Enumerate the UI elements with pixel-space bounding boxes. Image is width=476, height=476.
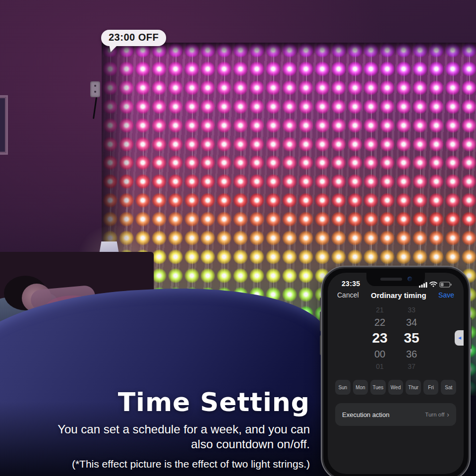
wifi-icon bbox=[429, 282, 437, 288]
status-icons bbox=[419, 282, 452, 288]
minute-option: 33 bbox=[400, 304, 423, 315]
hour-option: 01 bbox=[368, 361, 392, 372]
picture-frame bbox=[0, 95, 8, 155]
day-button-thur[interactable]: Thur bbox=[406, 380, 421, 395]
weekday-selector: Sun Mon Tues Wed Thur Fri Sat bbox=[335, 380, 456, 395]
footnote: (*This effect picture is the effect of t… bbox=[20, 458, 310, 470]
subtitle-line-2: also countdown on/off. bbox=[191, 437, 310, 451]
minute-option-selected: 35 bbox=[400, 329, 423, 347]
side-drawer-handle[interactable]: ◀ bbox=[455, 330, 464, 346]
day-button-wed[interactable]: Wed bbox=[388, 380, 404, 395]
subtitle: You can set a schedule for a week, and y… bbox=[20, 422, 310, 452]
time-picker: 21 22 23 00 01 33 34 35 36 37 bbox=[328, 304, 464, 372]
phone-screen: 23:35 bbox=[328, 273, 464, 474]
product-marketing-image: 23:00 OFF Time Setting You can set a sch… bbox=[0, 0, 476, 476]
hour-option: 22 bbox=[368, 315, 392, 329]
chevron-left-icon: ◀ bbox=[458, 336, 461, 340]
subtitle-line-1: You can set a schedule for a week, and y… bbox=[58, 422, 310, 436]
execution-action-value: Turn off › bbox=[425, 411, 449, 418]
minute-option: 34 bbox=[400, 315, 423, 329]
headline: Time Setting bbox=[20, 389, 310, 416]
save-button[interactable]: Save bbox=[438, 291, 454, 299]
hour-picker-wheel[interactable]: 21 22 23 00 01 bbox=[368, 304, 392, 372]
schedule-bubble-label: 23:00 OFF bbox=[109, 32, 159, 43]
day-button-tues[interactable]: Tues bbox=[370, 380, 386, 395]
hour-option-selected: 23 bbox=[368, 329, 392, 347]
marketing-copy: Time Setting You can set a schedule for … bbox=[20, 389, 310, 470]
day-button-sun[interactable]: Sun bbox=[335, 380, 351, 395]
minute-option: 37 bbox=[400, 361, 423, 372]
minute-picker-wheel[interactable]: 33 34 35 36 37 bbox=[400, 304, 423, 372]
day-button-fri[interactable]: Fri bbox=[423, 380, 439, 395]
minute-option: 36 bbox=[400, 347, 423, 361]
page-title: Ordinary timing bbox=[371, 291, 426, 299]
execution-action-label: Execution action bbox=[342, 411, 389, 418]
schedule-bubble: 23:00 OFF bbox=[101, 30, 166, 46]
day-button-sat[interactable]: Sat bbox=[441, 380, 456, 395]
chevron-right-icon: › bbox=[447, 411, 449, 418]
execution-action-row[interactable]: Execution action Turn off › bbox=[335, 403, 456, 426]
speaker-grille bbox=[380, 278, 402, 281]
day-button-mon[interactable]: Mon bbox=[353, 380, 368, 395]
hour-option: 00 bbox=[368, 347, 392, 361]
battery-icon bbox=[439, 282, 452, 288]
cancel-button[interactable]: Cancel bbox=[337, 291, 359, 299]
phone-notch bbox=[366, 273, 425, 286]
nav-header: Cancel Ordinary timing Save bbox=[328, 290, 464, 300]
power-cord bbox=[93, 97, 97, 119]
status-time: 23:35 bbox=[342, 280, 360, 288]
wall-outlet bbox=[90, 81, 100, 97]
hour-option: 21 bbox=[368, 304, 392, 315]
phone-mockup: 23:35 bbox=[322, 267, 470, 476]
front-camera bbox=[408, 277, 412, 281]
